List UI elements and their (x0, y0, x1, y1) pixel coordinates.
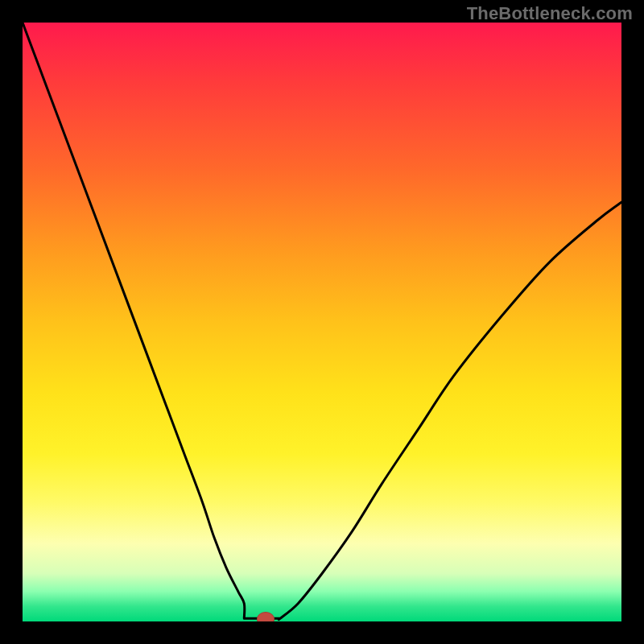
plot-area (23, 23, 621, 621)
bottleneck-curve (23, 23, 621, 621)
watermark-text: TheBottleneck.com (467, 3, 633, 24)
minimum-marker (257, 612, 275, 621)
chart-frame: TheBottleneck.com (0, 0, 644, 644)
